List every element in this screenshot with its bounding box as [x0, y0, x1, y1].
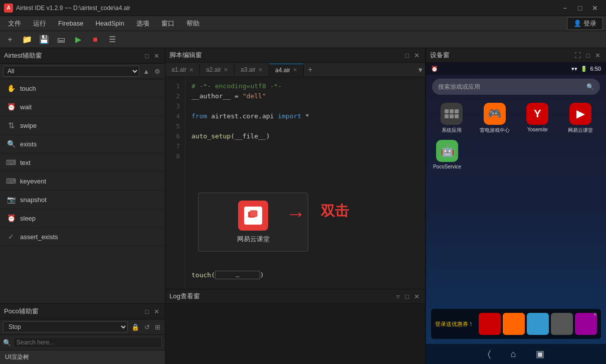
code-editor[interactable]: 1 2 3 4 5 6 7 8 # -*- encoding=utf8 -*- …: [165, 77, 425, 289]
device-screen: ⏰ ▾▾ 🔋 6:50 搜索游戏或应用 🔍: [426, 63, 606, 364]
api-keyevent[interactable]: ⌨ keyevent: [0, 172, 165, 191]
poco-device-select[interactable]: Stop: [3, 321, 128, 332]
poco-panel: Poco辅助窗 □ ✕ Stop 🔒 ↺ ⊞ 🔍 UI渲染树: [0, 303, 165, 364]
menu-run[interactable]: 运行: [28, 17, 51, 30]
assert-exists-label: assert_exists: [20, 233, 58, 241]
menu-window[interactable]: 窗口: [156, 17, 179, 30]
code-line-4: from airtest.core.api import *: [191, 111, 419, 121]
nav-recents-icon[interactable]: ▣: [536, 348, 544, 359]
editor-restore-icon[interactable]: □: [403, 51, 411, 60]
editor-close-icon[interactable]: ✕: [413, 51, 421, 60]
popup-hint-text: 双击: [321, 202, 349, 221]
save-as-button[interactable]: 🖴: [55, 34, 67, 46]
code-content[interactable]: # -*- encoding=utf8 -*- __author__ = "de…: [185, 77, 425, 289]
popup-icon-inner: [244, 207, 262, 225]
status-time: 6:50: [590, 66, 601, 72]
api-wait[interactable]: ⏰ wait: [0, 98, 165, 116]
poco-search-row: 🔍: [0, 335, 165, 350]
tab-a3-close[interactable]: ✕: [258, 67, 263, 73]
editor-panel-header: 脚本编辑窗 □ ✕: [165, 48, 425, 63]
airtest-restore-icon[interactable]: □: [143, 52, 150, 60]
code-line-2: __author__ = "dell": [191, 91, 419, 101]
run-button[interactable]: ▶: [72, 34, 84, 46]
poco-settings2-icon[interactable]: ⊞: [153, 323, 162, 331]
close-button[interactable]: ✕: [588, 1, 602, 15]
save-button[interactable]: 💾: [38, 34, 50, 46]
menu-file[interactable]: 文件: [3, 17, 26, 30]
banner-app-3[interactable]: [527, 313, 549, 335]
banner-app-1[interactable]: [479, 313, 501, 335]
app-item-wangyi[interactable]: ▶ 网易云课堂: [561, 103, 600, 134]
poco-search-input[interactable]: [13, 337, 162, 348]
tab-a2[interactable]: a2.air ✕: [200, 64, 235, 76]
tab-a4[interactable]: a4.air ✕: [269, 64, 304, 76]
app-item-poco[interactable]: 🤖 PocoService: [432, 140, 462, 169]
airtest-capture-icon[interactable]: ▲: [141, 67, 151, 76]
tab-overflow-icon[interactable]: ▼: [416, 66, 425, 74]
status-right: ▾▾ 🔋 6:50: [571, 66, 601, 72]
tab-add-button[interactable]: +: [304, 63, 316, 77]
api-exists[interactable]: 🔍 exists: [0, 135, 165, 153]
menu-help[interactable]: 帮助: [181, 17, 205, 30]
menu-firebase[interactable]: Firebase: [53, 18, 89, 29]
banner-app-4[interactable]: [551, 313, 573, 335]
api-touch[interactable]: ✋ touch: [0, 79, 165, 98]
device-restore-icon[interactable]: □: [584, 51, 591, 60]
new-button[interactable]: +: [4, 34, 16, 46]
android-nav-bar: 〈 ⌂ ▣: [426, 344, 606, 364]
tab-a1-close[interactable]: ✕: [189, 67, 193, 73]
menu-headspin[interactable]: HeadSpin: [91, 18, 129, 29]
tab-a2-close[interactable]: ✕: [224, 67, 228, 73]
api-swipe[interactable]: ⇅ swipe: [0, 116, 165, 135]
log-close-icon[interactable]: ✕: [413, 292, 421, 301]
nav-home-icon[interactable]: ⌂: [511, 349, 516, 359]
poco-refresh-icon[interactable]: ↺: [143, 323, 151, 331]
keyevent-label: keyevent: [20, 177, 46, 185]
banner-close-button[interactable]: ×: [593, 311, 597, 318]
device-fullscreen-icon[interactable]: ⛶: [573, 51, 582, 60]
airtest-settings-icon[interactable]: ⚙: [153, 67, 162, 76]
api-sleep[interactable]: ⏰ sleep: [0, 209, 165, 228]
ui-tree-item[interactable]: UI渲染树: [0, 350, 165, 364]
airtest-filter-select[interactable]: All: [3, 66, 139, 77]
banner-app-2[interactable]: [503, 313, 525, 335]
api-assert-exists[interactable]: ✓ assert_exists: [0, 228, 165, 246]
airtest-close-icon[interactable]: ✕: [152, 52, 161, 60]
tab-a3[interactable]: a3.air ✕: [235, 64, 269, 76]
poco-close-icon[interactable]: ✕: [152, 307, 161, 316]
api-text[interactable]: ⌨ text: [0, 153, 165, 172]
script-button[interactable]: ☰: [106, 34, 118, 46]
log-filter-icon[interactable]: ▿: [395, 292, 401, 301]
login-button[interactable]: 👤 登录: [567, 17, 603, 30]
app-item-leidian[interactable]: 🎮 雷电游戏中心: [475, 103, 514, 134]
touch-label: touch: [20, 85, 36, 92]
assert-exists-icon: ✓: [6, 232, 16, 242]
poco-restore-icon[interactable]: □: [143, 307, 150, 316]
sleep-icon: ⏰: [6, 213, 16, 223]
poco-lock-icon[interactable]: 🔒: [130, 323, 141, 331]
android-screen: ⏰ ▾▾ 🔋 6:50 搜索游戏或应用 🔍: [426, 63, 606, 364]
popup-app-name: 网易云课堂: [237, 235, 270, 244]
device-close-icon[interactable]: ✕: [593, 51, 602, 60]
android-search-bar[interactable]: 搜索游戏或应用 🔍: [432, 79, 600, 95]
log-restore-icon[interactable]: □: [403, 292, 411, 301]
app-item-system[interactable]: 系统应用: [432, 103, 471, 134]
battery-icon: 🔋: [580, 66, 587, 72]
api-snapshot[interactable]: 📷 snapshot: [0, 191, 165, 209]
nav-back-icon[interactable]: 〈: [488, 349, 491, 359]
wifi-icon: ▾▾: [571, 66, 577, 72]
maximize-button[interactable]: □: [573, 1, 587, 15]
code-partial: touch(…): [191, 271, 264, 279]
stop-button[interactable]: ■: [89, 34, 101, 46]
svg-rect-2: [250, 211, 257, 217]
minimize-button[interactable]: −: [558, 1, 572, 15]
app-item-yosemite[interactable]: Y Yosemite: [518, 103, 557, 134]
code-line-6: auto_setup(__file__): [191, 131, 419, 141]
open-button[interactable]: 📁: [21, 34, 33, 46]
window-title: Airtest IDE v1.2.9 ~~ D:\airtest_code\a4…: [16, 5, 130, 12]
title-bar: A Airtest IDE v1.2.9 ~~ D:\airtest_code\…: [0, 0, 606, 16]
tab-a1[interactable]: a1.air ✕: [165, 64, 200, 76]
menu-options[interactable]: 选项: [131, 17, 154, 30]
tab-a4-close[interactable]: ✕: [293, 67, 297, 73]
tab-bar: a1.air ✕ a2.air ✕ a3.air ✕ a4.air ✕ + ▼: [165, 63, 425, 77]
